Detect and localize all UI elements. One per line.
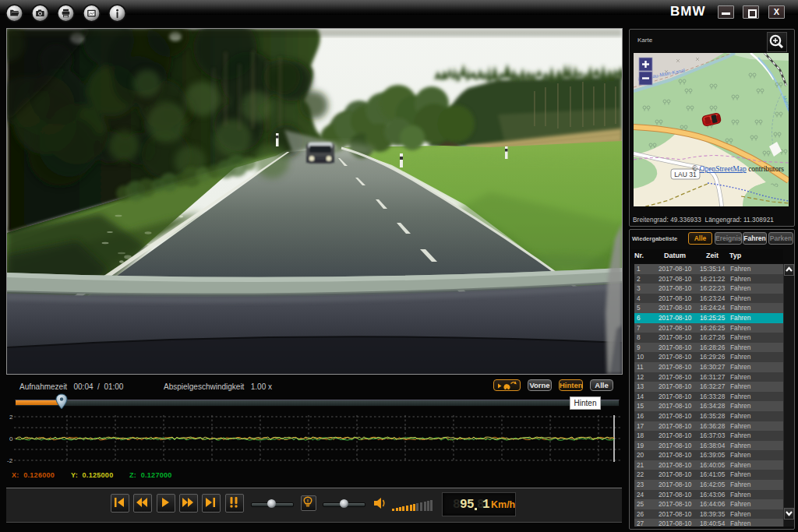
svg-text:-2: -2 <box>7 457 13 464</box>
svg-text:© OpenStreetMap contributors: © OpenStreetMap contributors <box>692 165 784 173</box>
svg-text:2: 2 <box>9 414 13 421</box>
svg-text:0: 0 <box>9 435 13 442</box>
